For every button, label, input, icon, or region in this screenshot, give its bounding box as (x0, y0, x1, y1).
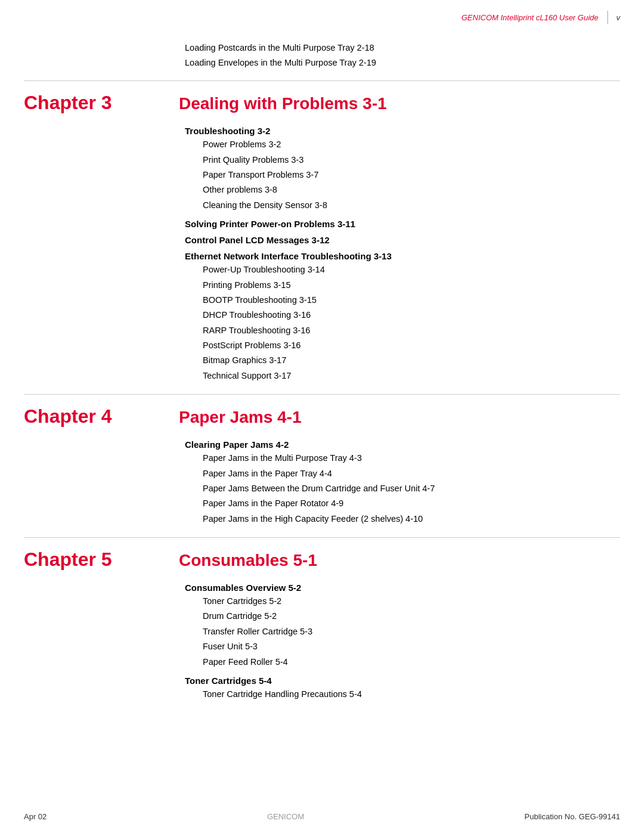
chapter-5-content: Consumables Overview 5-2Toner Cartridges… (24, 583, 620, 713)
toc-item: Paper Jams Between the Drum Cartridge an… (185, 481, 620, 496)
toc-item: Cleaning the Density Sensor 3-8 (185, 198, 620, 213)
chapter-3-header: Chapter 3Dealing with Problems 3-1 (24, 87, 620, 120)
chapter-4-label: Chapter 4 (24, 405, 143, 428)
chapter-4-section-0-heading: Clearing Paper Jams 4-2 (185, 439, 620, 450)
chapter-3-section-2-heading: Control Panel LCD Messages 3-12 (185, 235, 620, 245)
toc-item: Toner Cartridges 5-2 (185, 594, 620, 609)
chapter-5-header: Chapter 5Consumables 5-1 (24, 544, 620, 577)
toc-item: Technical Support 3-17 (185, 368, 620, 383)
page-footer: Apr 02 GENICOM Publication No. GEG-99141 (0, 812, 644, 821)
intro-line2: Loading Envelopes in the Multi Purpose T… (185, 55, 459, 70)
toc-item: Drum Cartridge 5-2 (185, 609, 620, 624)
toc-item: Toner Cartridge Handling Precautions 5-4 (185, 687, 620, 702)
page-header: GENICOM Intelliprint cL160 User Guide v (0, 0, 644, 30)
chapter-4-section: Chapter 4Paper Jams 4-1Clearing Paper Ja… (24, 394, 620, 537)
chapter-4-title: Paper Jams 4-1 (179, 408, 301, 427)
toc-item: DHCP Troubleshooting 3-16 (185, 308, 620, 323)
chapter-3-section-3-heading: Ethernet Network Interface Troubleshooti… (185, 251, 620, 261)
toc-item: Other problems 3-8 (185, 182, 620, 197)
chapters-container: Chapter 3Dealing with Problems 3-1Troubl… (0, 80, 644, 713)
toc-item: BOOTP Troubleshooting 3-15 (185, 293, 620, 308)
chapter-3-section-0-heading: Troubleshooting 3-2 (185, 126, 620, 136)
toc-item: Paper Jams in the Paper Tray 4-4 (185, 466, 620, 481)
toc-item: Power Problems 3-2 (185, 137, 620, 152)
chapter-3-section: Chapter 3Dealing with Problems 3-1Troubl… (24, 80, 620, 394)
page: GENICOM Intelliprint cL160 User Guide v … (0, 0, 644, 833)
header-divider (607, 11, 608, 24)
chapter-5-title: Consumables 5-1 (179, 551, 317, 570)
header-page: v (617, 13, 621, 22)
header-title: GENICOM Intelliprint cL160 User Guide (462, 13, 599, 22)
chapter-3-label: Chapter 3 (24, 92, 143, 114)
chapter-5-section-1-heading: Toner Cartridges 5-4 (185, 676, 620, 686)
footer-left: Apr 02 (24, 812, 47, 821)
toc-item: Print Quality Problems 3-3 (185, 153, 620, 168)
chapter-3-title: Dealing with Problems 3-1 (179, 94, 387, 113)
toc-item: Paper Transport Problems 3-7 (185, 168, 620, 182)
toc-item: Transfer Roller Cartridge 5-3 (185, 624, 620, 639)
chapter-5-section: Chapter 5Consumables 5-1Consumables Over… (24, 537, 620, 713)
footer-center: GENICOM (267, 812, 304, 821)
toc-item: Printing Problems 3-15 (185, 278, 620, 293)
chapter-3-content: Troubleshooting 3-2Power Problems 3-2Pri… (24, 126, 620, 394)
chapter-4-header: Chapter 4Paper Jams 4-1 (24, 401, 620, 433)
toc-item: Fuser Unit 5-3 (185, 639, 620, 654)
toc-item: Bitmap Graphics 3-17 (185, 353, 620, 368)
toc-item: Power-Up Troubleshooting 3-14 (185, 262, 620, 277)
chapter-4-content: Clearing Paper Jams 4-2Paper Jams in the… (24, 439, 620, 537)
intro-section: Loading Postcards in the Multi Purpose T… (0, 30, 644, 80)
toc-item: Paper Feed Roller 5-4 (185, 655, 620, 670)
intro-line1: Loading Postcards in the Multi Purpose T… (185, 41, 459, 55)
chapter-3-section-1-heading: Solving Printer Power-on Problems 3-11 (185, 219, 620, 229)
toc-item: PostScript Problems 3-16 (185, 338, 620, 353)
toc-item: Paper Jams in the Multi Purpose Tray 4-3 (185, 451, 620, 466)
chapter-5-label: Chapter 5 (24, 549, 143, 571)
chapter-5-section-0-heading: Consumables Overview 5-2 (185, 583, 620, 593)
toc-item: Paper Jams in the High Capacity Feeder (… (185, 512, 620, 527)
footer-right: Publication No. GEG-99141 (525, 812, 620, 821)
toc-item: Paper Jams in the Paper Rotator 4-9 (185, 496, 620, 511)
toc-item: RARP Troubleshooting 3-16 (185, 323, 620, 338)
